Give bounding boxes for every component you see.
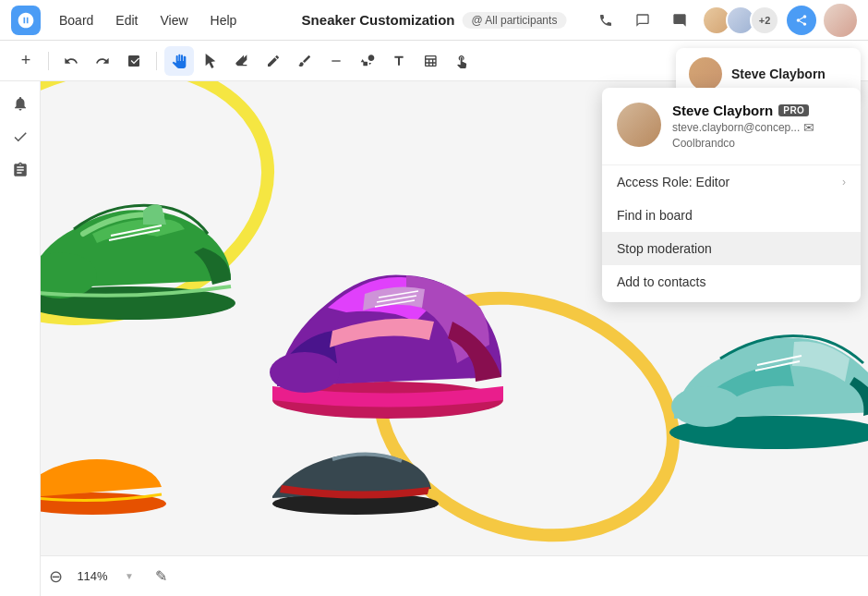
stamp-button[interactable] [119,46,149,76]
table-tool[interactable] [416,46,445,76]
profile-company: Coolbrandco [672,137,846,150]
dropdown-access-role[interactable]: Access Role: Editor › [602,165,861,199]
line-tool[interactable] [321,46,351,76]
profile-email: steve.clayborn@concep... ✉ [672,120,846,135]
dropdown-stop-moderation[interactable]: Stop moderation [602,232,861,265]
profile-name-row: Steve Clayborn PRO [672,103,846,118]
zoom-level: 114% [74,569,111,583]
menu-bar: Board Edit View Help Sneaker Customizati… [0,0,868,41]
popup-user-avatar [689,57,722,91]
pencil-tool[interactable] [290,46,319,76]
pro-badge: PRO [778,104,809,116]
sidebar-notifications[interactable] [6,89,35,118]
main-user-avatar[interactable] [824,4,857,37]
menu-right: +2 [591,4,857,37]
add-button[interactable]: + [11,46,41,76]
comment-icon-btn[interactable] [665,6,694,35]
profile-avatar [617,103,661,147]
phone-icon-btn[interactable] [591,6,621,35]
menu-help[interactable]: Help [201,9,247,31]
svg-point-10 [671,386,741,427]
menu-edit[interactable]: Edit [106,9,147,31]
undo-button[interactable] [56,46,86,76]
zoom-in-hint[interactable]: ▼ [116,564,142,590]
share-button[interactable] [787,6,816,35]
svg-point-5 [270,352,340,393]
stamp2-tool[interactable] [447,46,476,76]
edit-icon-btn[interactable]: ✎ [148,564,174,590]
popup-user-name: Steve Clayborn [731,67,826,81]
history-tools [56,46,149,76]
sneaker-green [9,137,249,322]
menu-view[interactable]: View [151,9,197,31]
zoom-out-button[interactable]: ⊖ [42,564,68,590]
profile-info: Steve Clayborn PRO steve.clayborn@concep… [672,103,846,150]
eraser-tool[interactable] [227,46,257,76]
participants-badge[interactable]: @ All participants [462,12,566,29]
shape-tool[interactable] [353,46,382,76]
select-tool[interactable] [196,46,225,76]
toolbar-sep-2 [156,52,157,70]
chevron-right-icon: › [842,176,846,189]
pen-tool[interactable] [259,46,288,76]
dropdown-find-in-board[interactable]: Find in board [602,199,861,232]
menu-items: Board Edit View Help [50,9,246,31]
board-title: Sneaker Customization @ All participants [302,12,567,29]
dropdown-add-to-contacts[interactable]: Add to contacts [602,265,861,298]
avatar-count[interactable]: +2 [750,6,779,35]
redo-button[interactable] [88,46,117,76]
dropdown-profile: Steve Clayborn PRO steve.clayborn@concep… [602,88,861,165]
sneaker-purple [254,201,522,423]
avatar-stack: +2 [702,6,779,35]
dropdown-menu: Steve Clayborn PRO steve.clayborn@concep… [602,88,861,302]
profile-name: Steve Clayborn [672,103,773,118]
toolbar-sep-1 [48,52,49,70]
app-logo[interactable] [11,6,41,35]
sneaker-dark [263,422,448,515]
text-tool[interactable] [384,46,414,76]
chat-icon-btn[interactable] [628,6,657,35]
menu-board[interactable]: Board [50,9,102,31]
drawing-tools [164,46,476,76]
left-sidebar [0,81,41,596]
sidebar-notes[interactable] [6,155,35,185]
status-bar: ⊙ ⊖ 114% ▼ ✎ [0,555,868,596]
hand-tool[interactable] [164,46,194,76]
sidebar-tasks[interactable] [6,122,35,152]
